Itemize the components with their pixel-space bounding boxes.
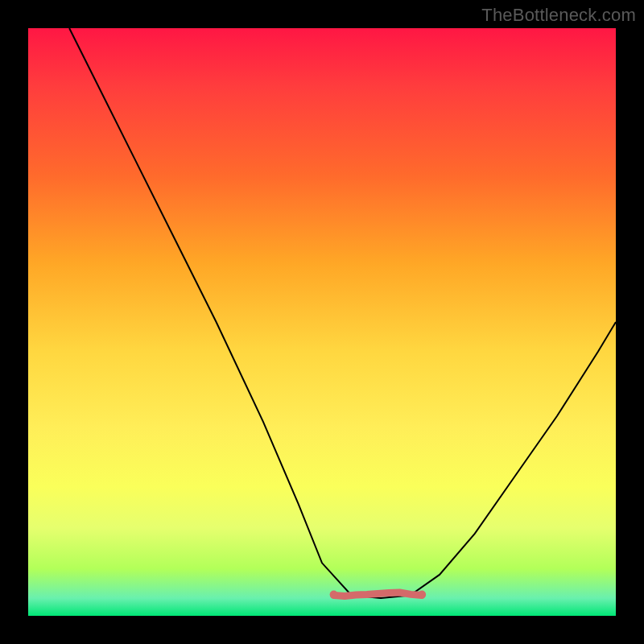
svg-point-0 (330, 590, 338, 598)
svg-point-1 (418, 590, 426, 598)
chart-plot-area (28, 28, 616, 616)
chart-svg (28, 28, 616, 616)
optimal-range-highlight (330, 590, 426, 598)
watermark-text: TheBottleneck.com (481, 5, 636, 26)
bottleneck-curve (69, 28, 616, 598)
